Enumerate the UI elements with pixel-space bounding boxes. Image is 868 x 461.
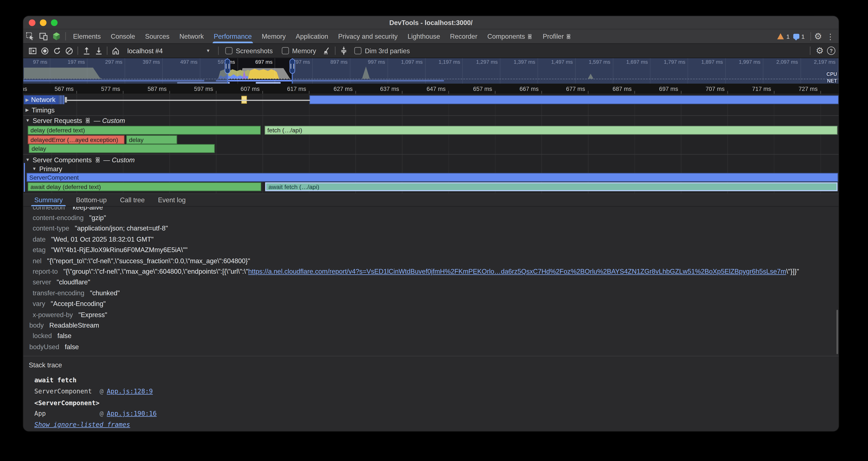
collapse-arrow-icon: ▼ (25, 157, 30, 162)
track-timings[interactable]: ▶ Timings (25, 105, 55, 115)
memory-checkbox-row[interactable]: Memory (281, 47, 316, 55)
capture-settings-gear-icon[interactable]: ⚙ (816, 46, 824, 56)
dim-3rd-parties-label: Dim 3rd parties (365, 47, 410, 55)
kebab-menu-icon[interactable]: ⋮ (827, 32, 834, 40)
dim-3rd-parties-checkbox[interactable] (354, 47, 362, 54)
ruler-tick-label: 697 ms (645, 85, 678, 92)
devtools-tabstrip: ElementsConsoleSourcesNetworkPerformance… (23, 29, 839, 43)
track-primary[interactable]: ▼ Primary (32, 164, 62, 173)
ruler-tick (262, 91, 263, 94)
warning-icon[interactable] (777, 33, 784, 39)
property-key: etag (33, 246, 46, 254)
property-value: "Wed, 01 Oct 2025 18:32:01 GMT" (51, 235, 154, 243)
inspect-icon[interactable] (23, 31, 36, 42)
tab-sources[interactable]: Sources (140, 29, 175, 43)
tab-application[interactable]: Application (291, 29, 333, 43)
flame-event[interactable]: fetch (…/api) (265, 126, 838, 135)
profile-select[interactable]: localhost #4 ▼ (124, 46, 214, 55)
settings-gear-icon[interactable]: ⚙ (814, 31, 822, 41)
tab-performance[interactable]: Performance (209, 29, 257, 43)
flame-bar[interactable] (309, 95, 839, 104)
tab-privacy-and-security[interactable]: Privacy and security (333, 29, 403, 43)
tab-console[interactable]: Console (106, 29, 140, 43)
track-network[interactable]: ▶ Network (24, 95, 59, 104)
upload-profile-icon[interactable] (80, 45, 92, 56)
network-whisker (67, 99, 310, 100)
dim-3rd-parties-checkbox-row[interactable]: Dim 3rd parties (354, 47, 410, 55)
details-tab-call-tree[interactable]: Call tree (114, 194, 151, 206)
window-handle-left[interactable] (225, 59, 230, 74)
tab-label: Recorder (450, 32, 477, 40)
value-text: \"}]}" (786, 268, 799, 276)
property-value: "gzip" (89, 214, 106, 222)
summary-pane: connection"keep-alive"content-encoding"g… (23, 207, 839, 431)
track-server-components[interactable]: ▼ Server Components — Custom (25, 155, 134, 165)
tab-components[interactable]: Components (482, 29, 537, 43)
flame-event[interactable]: ServerComponent (27, 173, 838, 182)
tab-network[interactable]: Network (175, 29, 209, 43)
atom-icon (527, 34, 533, 39)
tab-label: Console (111, 32, 135, 40)
device-toolbar-icon[interactable] (36, 31, 50, 42)
messages-icon[interactable] (793, 34, 799, 39)
cpu-label: CPU (827, 71, 837, 77)
react-devtools-icon (50, 31, 63, 42)
response-properties: connection"keep-alive"content-encoding"g… (23, 207, 839, 352)
flame-event[interactable]: delay (126, 135, 177, 144)
property-row: transfer-encoding"chunked" (23, 288, 839, 298)
gc-garbage-collect-icon[interactable] (320, 45, 333, 56)
report-endpoint-link[interactable]: https://a.nel.cloudflare.com/report/v4?s… (248, 268, 786, 276)
source-location-link[interactable]: App.js:128:9 (107, 387, 153, 395)
track-primary-label: Primary (39, 165, 62, 173)
timeline-overview[interactable]: 97 ms197 ms297 ms397 ms497 ms597 ms697 m… (23, 58, 839, 84)
details-tab-event-log[interactable]: Event log (151, 194, 192, 206)
details-tabbar: SummaryBottom-upCall treeEvent log (23, 194, 839, 207)
ruler-tick (402, 91, 403, 94)
tabstrip-right: 1 1 ⚙ ⋮ (777, 31, 839, 41)
tab-lighthouse[interactable]: Lighthouse (403, 29, 445, 43)
property-row: etag"W/\"4b1-RjEJloX9kRinu6F0MAZMmy6E5iA… (23, 244, 839, 255)
memory-checkbox[interactable] (281, 47, 289, 54)
ruler-tick (541, 91, 542, 94)
screenshots-checkbox[interactable] (225, 47, 232, 54)
group-indent-line (24, 163, 25, 192)
ruler-tick-label: 577 ms (87, 85, 120, 92)
tab-memory[interactable]: Memory (257, 29, 291, 43)
atom-icon (566, 34, 571, 39)
flame-event[interactable]: await fetch (…/api) (265, 182, 837, 191)
ruler-tick-label: 707 ms (691, 85, 725, 92)
divider (218, 47, 219, 55)
details-tab-summary[interactable]: Summary (28, 194, 69, 206)
property-row: x-powered-by"Express" (23, 309, 839, 320)
scrollbar-thumb[interactable] (836, 310, 838, 354)
collapse-tracks-icon[interactable] (338, 45, 350, 56)
download-profile-icon[interactable] (92, 45, 105, 56)
details-tab-bottom-up[interactable]: Bottom-up (69, 194, 114, 206)
screenshots-checkbox-row[interactable]: Screenshots (225, 47, 273, 55)
collapse-arrow-icon: ▼ (25, 118, 30, 123)
show-ignore-listed-frames-link[interactable]: Show ignore-listed frames (34, 421, 130, 428)
flame-event[interactable]: delay (29, 144, 215, 153)
property-key: connection (33, 207, 65, 211)
tab-elements[interactable]: Elements (68, 29, 106, 43)
ruler-tick-label: 687 ms (598, 85, 632, 92)
flame-chart[interactable]: delay (deferred text)fetch (…/api)delaye… (23, 94, 839, 194)
help-icon[interactable]: ? (827, 47, 835, 55)
reload-record-icon[interactable] (51, 45, 63, 56)
overview-net-bar (256, 82, 281, 84)
window-handle-right[interactable] (290, 59, 295, 74)
flame-event[interactable]: await delay (deferred text) (28, 182, 261, 191)
ruler-tick (681, 91, 682, 94)
tab-recorder[interactable]: Recorder (445, 29, 483, 43)
record-icon[interactable] (39, 45, 51, 56)
track-server-requests[interactable]: ▼ Server Requests — Custom (25, 116, 125, 125)
flame-event[interactable]: delayedError (…ayed exception) (28, 135, 125, 144)
clear-icon[interactable] (63, 45, 75, 56)
show-sidebar-icon[interactable] (27, 45, 39, 56)
overview-tick-label: 697 ms (234, 59, 273, 65)
property-key: report-to (33, 268, 58, 276)
flame-event[interactable]: delay (deferred text) (28, 126, 261, 135)
tab-profiler[interactable]: Profiler (538, 29, 577, 43)
live-metrics-home-icon[interactable] (110, 45, 122, 56)
source-location-link[interactable]: App.js:190:16 (107, 410, 157, 417)
